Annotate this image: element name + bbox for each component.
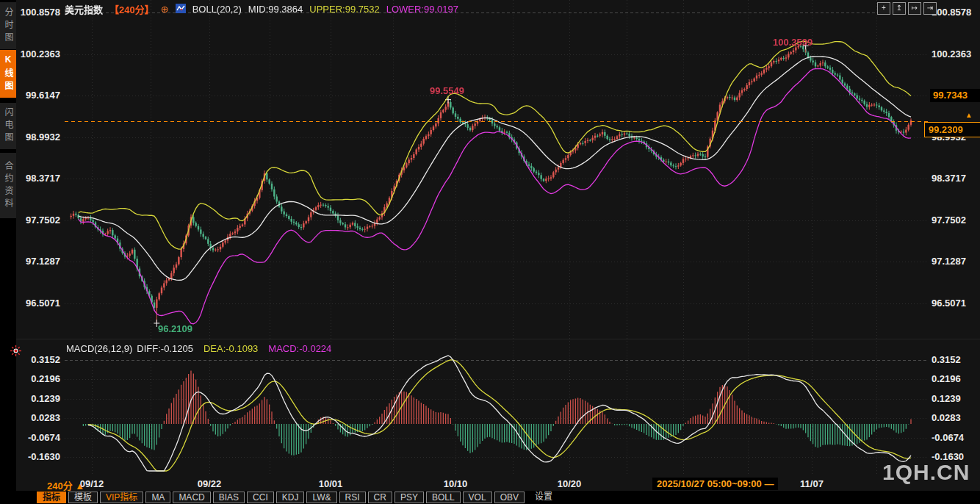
last-price-tag: 99.2309 bbox=[924, 122, 980, 137]
add-indicator-icon[interactable]: ⊕ bbox=[161, 4, 169, 15]
macd-axis-label-left: 0.1239 bbox=[0, 394, 60, 404]
x-axis-date-label: 10/20 bbox=[544, 478, 595, 489]
local-high-annotation: 99.5549 bbox=[430, 85, 464, 96]
axis-zoom-up-icon[interactable]: ↥ bbox=[893, 2, 906, 15]
price-up-arrow-icon: ▲ bbox=[965, 111, 973, 119]
live-indicator-icon bbox=[10, 345, 21, 359]
toolbar-item-OBV[interactable]: OBV bbox=[494, 492, 525, 503]
macd-axis-label-right: 0.2196 bbox=[932, 374, 961, 384]
global-high-annotation: 100.3599 bbox=[773, 37, 813, 48]
chart-header: 美元指数 【240分】 ⊕ BOLL(20,2) MID:99.3864 UPP… bbox=[65, 3, 458, 15]
toolbar-item-KDJ[interactable]: KDJ bbox=[276, 492, 305, 503]
crosshair-icon[interactable]: + bbox=[877, 2, 890, 15]
macd-axis-label-right: 0.0283 bbox=[932, 413, 961, 423]
toolbar-item-模板[interactable]: 模板 bbox=[68, 492, 98, 503]
toolbar-item-MACD[interactable]: MACD bbox=[173, 492, 210, 503]
watermark: 1QH.CN bbox=[882, 460, 970, 485]
macd-header: MACD(26,12,9) DIFF:-0.1205 DEA:-0.1093 M… bbox=[66, 343, 331, 354]
macd-chart-canvas[interactable] bbox=[65, 341, 929, 475]
toolbar-item-CR[interactable]: CR bbox=[368, 492, 392, 503]
main-chart-canvas[interactable] bbox=[65, 0, 929, 339]
chart-window: 分时图K线图闪电图合约资料 美元指数 【240分】 ⊕ BOLL(20,2) M… bbox=[0, 0, 980, 504]
toolbar-item-设置[interactable]: 设置 bbox=[530, 492, 558, 503]
toolbar-item-LW&[interactable]: LW& bbox=[306, 492, 336, 503]
price-axis-label-left: 98.9932 bbox=[0, 132, 60, 143]
macd-axis-label-left: 0.0283 bbox=[0, 413, 60, 423]
price-axis-label-left: 100.8578 bbox=[0, 7, 60, 18]
toolbar-item-RSI[interactable]: RSI bbox=[339, 492, 366, 503]
macd-axis-label-right: 0.3152 bbox=[932, 355, 961, 365]
price-axis-label-right: 100.2363 bbox=[932, 49, 971, 60]
price-axis-label-right: 96.5071 bbox=[932, 298, 966, 309]
macd-macd-value: MACD:-0.0224 bbox=[268, 343, 331, 354]
price-axis-label-right: 97.1287 bbox=[932, 256, 966, 267]
price-axis-label-left: 100.2363 bbox=[0, 49, 60, 60]
macd-params: MACD(26,12,9) bbox=[66, 343, 132, 354]
price-axis-label-left: 98.3717 bbox=[0, 173, 60, 184]
x-axis-date-label: 10/01 bbox=[305, 478, 356, 489]
boll-lower-value: LOWER:99.0197 bbox=[386, 4, 458, 15]
toolbar-item-指标[interactable]: 指标 bbox=[37, 492, 66, 503]
macd-axis-label-left: -0.0674 bbox=[0, 433, 60, 443]
sidebar-item-4[interactable]: 合约资料 bbox=[0, 153, 16, 218]
boll-label: BOLL(20,2) bbox=[192, 4, 242, 15]
left-sidebar: 分时图K线图闪电图合约资料 bbox=[0, 0, 16, 504]
toolbar-item-VOL[interactable]: VOL bbox=[463, 492, 492, 503]
price-axis-label-left: 99.6147 bbox=[0, 90, 60, 101]
price-axis-label-right: 100.8578 bbox=[932, 7, 971, 18]
macd-axis-label-left: 0.3152 bbox=[0, 355, 60, 365]
toolbar-item-MA[interactable]: MA bbox=[145, 492, 170, 503]
highlighted-datetime-label: 2025/10/27 05:00~09:00 — bbox=[652, 478, 778, 490]
boll-upper-value: UPPER:99.7532 bbox=[309, 4, 379, 15]
x-axis-date-label: 09/22 bbox=[184, 478, 235, 489]
boll-mid-value: MID:99.3864 bbox=[248, 4, 303, 15]
macd-dea-value: DEA:-0.1093 bbox=[203, 343, 258, 354]
macd-axis-label-left: -0.1630 bbox=[0, 452, 60, 462]
axis-zoom-right-icon[interactable]: ↦ bbox=[908, 2, 921, 15]
chart-toolbar-icons: +↥↦⇥ bbox=[877, 2, 937, 15]
shift-right-icon[interactable]: ⇥ bbox=[923, 2, 937, 15]
toolbar-item-BOLL[interactable]: BOLL bbox=[426, 492, 461, 503]
macd-axis-label-right: -0.0674 bbox=[932, 433, 964, 443]
price-axis-label-right: 97.7502 bbox=[932, 215, 966, 226]
price-axis-label-left: 97.1287 bbox=[0, 256, 60, 267]
global-low-annotation: 96.2109 bbox=[158, 323, 192, 334]
x-axis-date-label: 11/07 bbox=[786, 478, 837, 489]
symbol-name: 美元指数 bbox=[65, 2, 103, 16]
toolbar-item-BIAS[interactable]: BIAS bbox=[213, 492, 245, 503]
price-axis-label-left: 96.5071 bbox=[0, 298, 60, 309]
price-axis-label-left: 97.7502 bbox=[0, 215, 60, 226]
indicator-toolbar: 指标模板VIP指标MAMACDBIASCCIKDJLW&RSICRPSYBOLL… bbox=[0, 491, 980, 504]
toolbar-item-CCI[interactable]: CCI bbox=[247, 492, 274, 503]
kline-style-icon[interactable] bbox=[176, 4, 186, 15]
upper-band-price-tag: 99.7343 bbox=[930, 89, 980, 102]
price-axis-label-right: 98.3717 bbox=[932, 173, 966, 184]
macd-axis-label-right: 0.1239 bbox=[932, 394, 961, 404]
toolbar-item-PSY[interactable]: PSY bbox=[394, 492, 424, 503]
macd-diff-value: DIFF:-0.1205 bbox=[137, 343, 193, 354]
macd-axis-label-left: 0.2196 bbox=[0, 374, 60, 384]
toolbar-item-VIP指标[interactable]: VIP指标 bbox=[100, 492, 143, 503]
period-label: 【240分】 bbox=[109, 2, 154, 16]
x-axis-date-label: 10/10 bbox=[430, 478, 481, 489]
